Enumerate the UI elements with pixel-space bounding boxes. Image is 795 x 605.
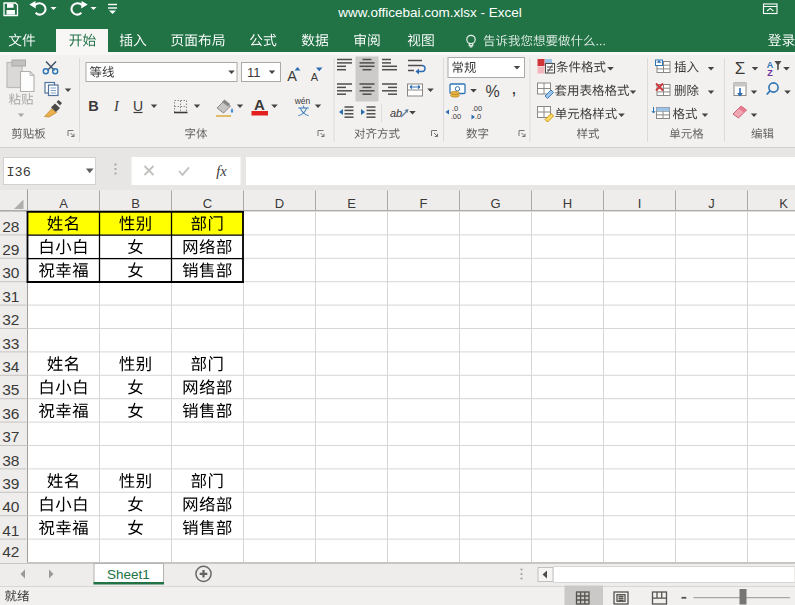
svg-text:33: 33 — [2, 335, 19, 352]
svg-text:.00: .00 — [451, 112, 461, 121]
svg-text:E: E — [347, 196, 356, 211]
svg-text:wén: wén — [294, 96, 311, 106]
svg-text:%: % — [485, 83, 499, 100]
svg-text:30: 30 — [2, 264, 20, 281]
svg-text:C: C — [203, 196, 212, 211]
svg-text:39: 39 — [2, 475, 19, 492]
svg-text:32: 32 — [2, 311, 19, 328]
svg-text:Sheet1: Sheet1 — [107, 567, 150, 582]
svg-text:I36: I36 — [7, 165, 31, 180]
svg-text:B: B — [88, 98, 98, 114]
svg-text:www.officebai.com.xlsx - Excel: www.officebai.com.xlsx - Excel — [337, 5, 522, 20]
svg-text:37: 37 — [2, 428, 19, 445]
svg-text:A: A — [59, 196, 68, 211]
svg-text:K: K — [779, 196, 788, 211]
svg-text:31: 31 — [2, 288, 19, 305]
svg-text:42: 42 — [2, 543, 19, 560]
svg-text:B: B — [131, 196, 140, 211]
svg-text:D: D — [275, 196, 284, 211]
svg-text:28: 28 — [2, 218, 19, 235]
svg-text:J: J — [708, 196, 715, 211]
svg-text:.0: .0 — [475, 112, 481, 121]
svg-text:Z: Z — [767, 68, 773, 78]
svg-text:34: 34 — [2, 358, 20, 375]
svg-text:F: F — [420, 196, 428, 211]
svg-text:fx: fx — [216, 163, 227, 179]
svg-text:Σ: Σ — [735, 59, 746, 78]
svg-text:11: 11 — [247, 65, 261, 80]
svg-text:,: , — [511, 77, 516, 98]
svg-text:I: I — [113, 98, 120, 114]
svg-text:38: 38 — [2, 452, 19, 469]
svg-text:A: A — [311, 71, 319, 83]
svg-text:G: G — [490, 196, 500, 211]
svg-text:40: 40 — [2, 498, 20, 515]
svg-text:36: 36 — [2, 405, 19, 422]
svg-text:ab: ab — [390, 107, 402, 119]
svg-text:35: 35 — [2, 381, 19, 398]
svg-text:41: 41 — [2, 522, 19, 539]
svg-text:U: U — [133, 98, 143, 114]
svg-text:A: A — [254, 96, 265, 113]
svg-text:H: H — [563, 196, 572, 211]
svg-text:29: 29 — [2, 241, 19, 258]
svg-text:I: I — [638, 196, 642, 211]
